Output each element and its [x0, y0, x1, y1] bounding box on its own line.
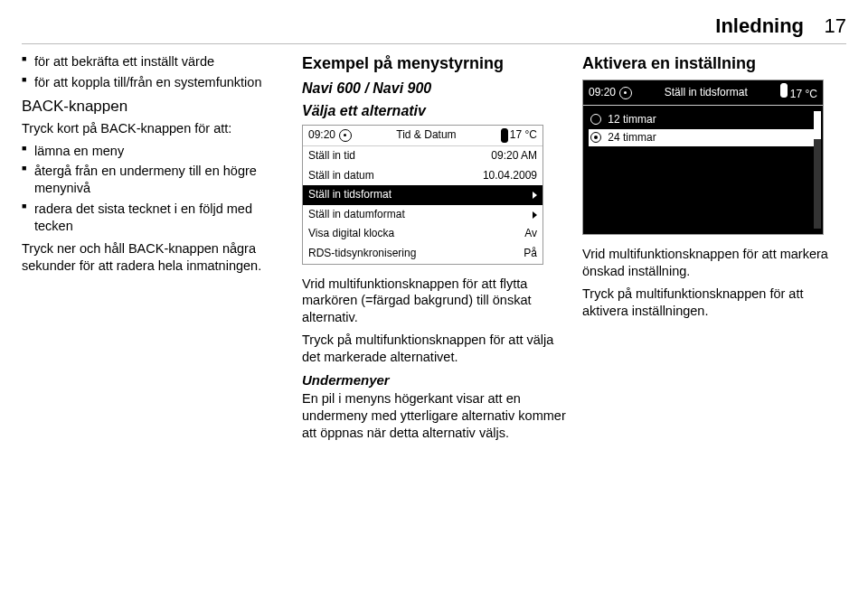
list-item: radera det sista tecknet i en följd med …	[22, 201, 286, 235]
menu-row-value: På	[524, 247, 537, 261]
chevron-right-icon	[533, 211, 537, 219]
menu-row-value: Av	[524, 227, 537, 241]
scrollbar-thumb[interactable]	[814, 111, 821, 139]
column-1: för att bekräfta ett inställt värde för …	[22, 53, 286, 447]
bullet-list-top: för att bekräfta ett inställt värde för …	[22, 53, 286, 91]
list-item: för att koppla till/från en system­funkt…	[22, 74, 286, 91]
column-3: Aktivera en inställning 09:20 Ställ in t…	[582, 53, 846, 447]
menu-row-label: RDS-tidsynkronisering	[308, 247, 416, 261]
status-time: 09:20	[308, 128, 335, 143]
status-temp: 17 °C	[510, 128, 537, 143]
menu-row-value: 09:20 AM	[491, 149, 537, 164]
thermometer-icon	[501, 128, 508, 143]
page-header: Inledning 17	[22, 14, 846, 38]
status-title: Tid & Datum	[355, 128, 497, 143]
list-item: återgå från en undermeny till en högre m…	[22, 163, 286, 197]
status-bar: 09:20 Tid & Datum 17 °C	[303, 126, 542, 146]
rotate-knob-text: Vrid multifunktionsknappen för att flytt…	[302, 276, 566, 327]
menu-row-label: Ställ in datum	[308, 169, 374, 183]
menu-row-selected[interactable]: Ställ in tidsformat	[303, 185, 542, 205]
back-heading: BACK-knappen	[22, 97, 286, 117]
activate-heading: Aktivera en inställning	[582, 53, 846, 74]
status-bar: 09:20 Ställ in tidsformat 17 °C	[583, 80, 823, 106]
choose-alt-heading: Välja ett alternativ	[302, 102, 566, 121]
radio-option[interactable]: 12 timmar	[589, 111, 817, 129]
menu-row[interactable]: Visa digital klocka Av	[303, 224, 542, 244]
radio-checked-icon	[590, 132, 601, 143]
back-short-bullets: lämna en meny återgå från en undermeny t…	[22, 143, 286, 235]
menu-row[interactable]: RDS-tidsynkronisering På	[303, 244, 542, 264]
list-item: för att bekräfta ett inställt värde	[22, 53, 286, 70]
menu-row-value: 10.04.2009	[483, 169, 537, 183]
menu-row-label: Visa digital klocka	[308, 227, 394, 241]
screen-body: 12 timmar 24 timmar	[583, 106, 823, 234]
column-2: Exempel på menystyrning Navi 600 / Navi …	[302, 53, 566, 447]
page: Inledning 17 för att bekräfta ett instäl…	[0, 0, 868, 590]
chevron-right-icon	[533, 192, 537, 199]
status-temp: 17 °C	[790, 88, 817, 100]
radio-icon	[590, 114, 601, 125]
menu-row[interactable]: Ställ in tid 09:20 AM	[303, 146, 542, 166]
back-short-intro: Tryck kort på BACK-knappen för att:	[22, 120, 286, 137]
radio-option-selected[interactable]: 24 timmar	[589, 129, 817, 147]
status-time: 09:20	[589, 86, 616, 100]
thermometer-icon	[780, 83, 788, 98]
cd-icon	[339, 129, 352, 142]
divider	[22, 43, 846, 44]
temp-indicator: 17 °C	[780, 83, 818, 102]
device-screen-time-format: 09:20 Ställ in tidsformat 17 °C 12 timma…	[582, 80, 824, 235]
submenus-heading: Undermenyer	[302, 371, 566, 389]
status-title: Ställ in tidsformat	[636, 86, 776, 100]
columns: för att bekräfta ett inställt värde för …	[22, 53, 846, 447]
list-item: lämna en meny	[22, 143, 286, 160]
press-knob-text: Tryck på multifunktionsknappen för att v…	[302, 332, 566, 366]
navi-heading: Navi 600 / Navi 900	[302, 80, 566, 98]
menu-row[interactable]: Ställ in datumformat	[303, 205, 542, 225]
menu-row-label: Ställ in tid	[308, 149, 355, 164]
radio-label: 24 timmar	[608, 131, 656, 144]
submenu-arrow-text: En pil i menyns högerkant visar att en u…	[302, 390, 566, 442]
radio-label: 12 timmar	[608, 113, 656, 126]
page-number: 17	[825, 14, 846, 37]
cd-icon	[619, 87, 632, 99]
menu-row-label: Ställ in datumformat	[308, 208, 405, 222]
back-hold-text: Tryck ner och håll BACK-knappen några se…	[22, 240, 286, 275]
rotate-mark-text: Vrid multifunktionsknappen för att marke…	[582, 246, 846, 280]
menu-row[interactable]: Ställ in datum 10.04.2009	[303, 166, 542, 186]
example-heading: Exempel på menystyrning	[302, 53, 566, 74]
scrollbar[interactable]	[814, 111, 821, 229]
menu-row-label: Ställ in tidsformat	[308, 188, 392, 202]
temp-indicator: 17 °C	[501, 128, 537, 143]
press-activate-text: Tryck på multifunktionsknappen för att a…	[582, 286, 846, 320]
device-screen-time-date: 09:20 Tid & Datum 17 °C Ställ in tid 09:…	[302, 125, 543, 265]
page-title: Inledning	[715, 14, 804, 37]
